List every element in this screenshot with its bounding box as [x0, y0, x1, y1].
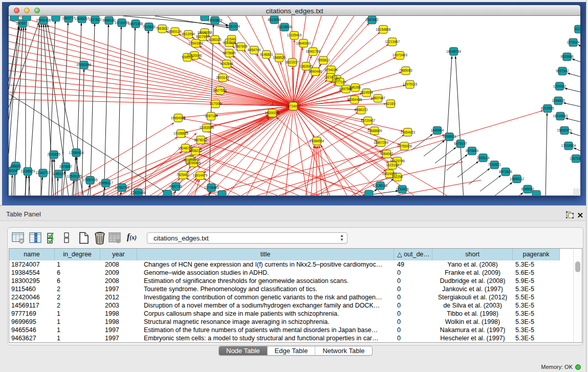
svg-text:15692971: 15692971	[557, 128, 572, 132]
svg-text:1615112: 1615112	[386, 163, 399, 167]
svg-text:17957235: 17957235	[83, 178, 98, 182]
svg-text:16543362: 16543362	[188, 41, 203, 45]
svg-text:8912954: 8912954	[182, 32, 195, 36]
svg-text:11174: 11174	[574, 27, 580, 31]
svg-text:3624554: 3624554	[360, 91, 374, 94]
svg-text:9327500: 9327500	[196, 35, 209, 38]
svg-text:8427552: 8427552	[213, 89, 227, 92]
svg-text:7986372: 7986372	[355, 108, 368, 112]
svg-text:7663822: 7663822	[156, 27, 169, 30]
svg-text:10654112: 10654112	[510, 177, 525, 181]
svg-text:18300295: 18300295	[265, 111, 280, 115]
svg-text:16154808: 16154808	[376, 28, 391, 31]
svg-text:10782759: 10782759	[115, 186, 129, 189]
svg-text:19166825: 19166825	[173, 132, 188, 135]
svg-text:8322037: 8322037	[286, 60, 299, 64]
svg-text:13716485: 13716485	[204, 186, 219, 189]
svg-text:12342737: 12342737	[35, 171, 50, 174]
svg-text:8878312: 8878312	[194, 138, 208, 142]
svg-text:16053809: 16053809	[208, 18, 223, 22]
svg-text:19218506: 19218506	[277, 25, 292, 29]
svg-text:10655267: 10655267	[75, 17, 90, 20]
svg-text:2803144: 2803144	[216, 76, 229, 79]
svg-text:9529966: 9529966	[560, 55, 574, 58]
svg-text:1209382: 1209382	[553, 84, 567, 88]
svg-text:9474444: 9474444	[466, 149, 479, 152]
svg-text:8660124: 8660124	[168, 30, 182, 33]
svg-text:16640910: 16640910	[296, 41, 311, 45]
svg-text:2935114: 2935114	[477, 156, 490, 160]
svg-text:18724007: 18724007	[286, 104, 301, 108]
svg-text:7515526: 7515526	[142, 25, 156, 29]
svg-text:9146821: 9146821	[260, 53, 273, 56]
svg-text:20364436: 20364436	[347, 98, 362, 101]
svg-text:16099485: 16099485	[186, 161, 201, 165]
svg-text:10958117: 10958117	[98, 181, 113, 185]
svg-text:5875685: 5875685	[223, 51, 236, 55]
svg-text:15720407: 15720407	[360, 119, 375, 122]
svg-text:1167533: 1167533	[570, 157, 580, 160]
svg-text:835061: 835061	[10, 164, 21, 168]
svg-text:10688609: 10688609	[367, 129, 382, 133]
svg-text:11353594: 11353594	[199, 126, 214, 129]
svg-text:15226058: 15226058	[198, 31, 212, 34]
svg-text:10756928: 10756928	[397, 144, 412, 148]
svg-text:9084067: 9084067	[380, 152, 394, 156]
svg-text:6794028: 6794028	[324, 68, 338, 72]
svg-text:6479197: 6479197	[454, 142, 467, 145]
svg-text:8215955: 8215955	[541, 106, 554, 110]
svg-text:1145139: 1145139	[52, 172, 65, 176]
svg-text:3975887: 3975887	[59, 165, 73, 168]
svg-text:19384554: 19384554	[310, 139, 324, 143]
svg-text:1405571: 1405571	[16, 21, 29, 25]
svg-text:9457791: 9457791	[169, 185, 183, 188]
svg-text:16120746: 16120746	[390, 159, 405, 163]
svg-text:19654923: 19654923	[400, 130, 415, 134]
svg-text:1588520: 1588520	[273, 56, 286, 59]
svg-text:1244415: 1244415	[552, 99, 565, 102]
svg-text:7357224: 7357224	[227, 25, 240, 28]
svg-text:10719155: 10719155	[115, 21, 129, 25]
svg-text:18807249: 18807249	[374, 141, 388, 144]
svg-text:8990448: 8990448	[309, 70, 322, 73]
svg-text:9227342: 9227342	[556, 69, 569, 73]
svg-text:11156829: 11156829	[20, 169, 35, 173]
svg-text:1498222: 1498222	[189, 149, 202, 152]
svg-text:12213967: 12213967	[385, 40, 400, 43]
svg-text:7955812: 7955812	[317, 58, 330, 62]
svg-text:1733426: 1733426	[396, 187, 409, 191]
svg-text:8454749: 8454749	[248, 48, 261, 52]
svg-text:20691406: 20691406	[36, 18, 51, 22]
svg-text:62160: 62160	[386, 102, 395, 105]
svg-text:1362615: 1362615	[300, 64, 313, 68]
svg-text:7632621: 7632621	[488, 163, 502, 166]
svg-text:17359924: 17359924	[69, 151, 84, 155]
svg-text:16914479: 16914479	[193, 173, 208, 177]
svg-text:10807487: 10807487	[371, 96, 385, 100]
svg-text:16210643: 16210643	[553, 114, 568, 118]
svg-text:252254: 252254	[392, 175, 403, 179]
svg-text:19654925: 19654925	[171, 116, 186, 120]
svg-text:16648784: 16648784	[446, 50, 461, 53]
svg-text:2867608: 2867608	[234, 45, 248, 48]
svg-text:2020655: 2020655	[47, 152, 60, 156]
svg-text:1963777: 1963777	[62, 16, 75, 20]
svg-text:16671355: 16671355	[128, 22, 143, 26]
svg-text:8938923: 8938923	[443, 135, 456, 138]
svg-text:14136141: 14136141	[373, 184, 388, 187]
svg-text:16961758: 16961758	[306, 50, 320, 53]
svg-text:12505135: 12505135	[67, 174, 82, 178]
svg-text:17016504: 17016504	[561, 144, 576, 147]
svg-text:517006: 517006	[210, 102, 221, 105]
svg-text:8471626: 8471626	[499, 170, 512, 173]
svg-text:746266: 746266	[350, 85, 361, 89]
svg-text:939012: 939012	[182, 55, 193, 59]
svg-text:8813054: 8813054	[268, 18, 281, 21]
svg-text:7485063: 7485063	[399, 69, 412, 72]
svg-text:20053346: 20053346	[77, 63, 92, 67]
svg-text:12923448: 12923448	[130, 191, 145, 194]
svg-text:8186325: 8186325	[208, 38, 222, 41]
svg-text:2087682: 2087682	[365, 18, 379, 21]
svg-text:9245052: 9245052	[521, 187, 534, 191]
svg-text:1575104: 1575104	[567, 40, 580, 44]
